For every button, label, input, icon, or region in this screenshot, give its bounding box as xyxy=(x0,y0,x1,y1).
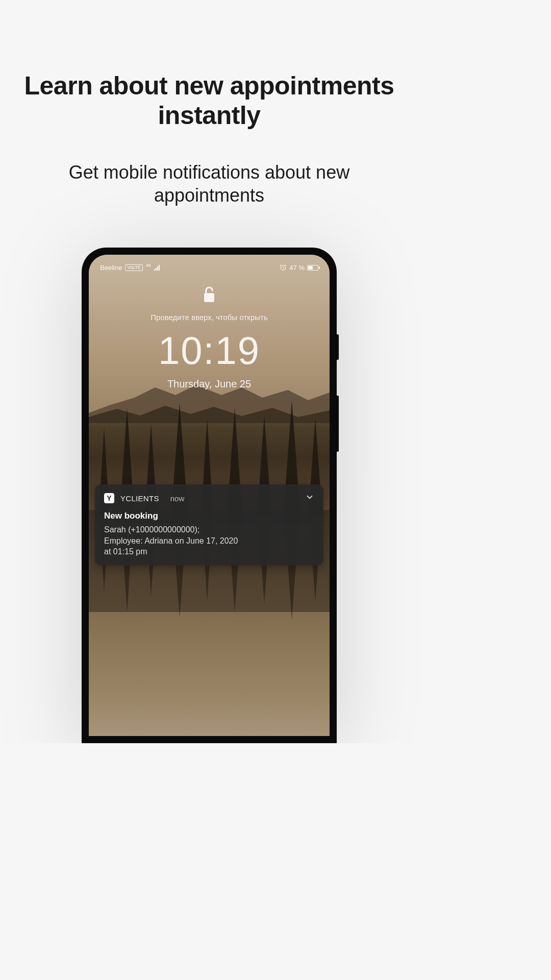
phone-body: Beeline VoLTE 46 47 % xyxy=(82,248,337,743)
notification-time: now xyxy=(170,494,185,503)
phone-mockup: Beeline VoLTE 46 47 % xyxy=(82,248,337,743)
clock-time: 10:19 xyxy=(89,331,330,370)
status-bar-left: Beeline VoLTE 46 xyxy=(100,264,160,272)
svg-rect-3 xyxy=(204,293,214,302)
notification-app-name: YCLIENTS xyxy=(120,494,159,503)
notification-header: Y YCLIENTS now xyxy=(104,493,314,504)
phone-screen: Beeline VoLTE 46 47 % xyxy=(89,255,330,736)
lock-area: Проведите вверх, чтобы открыть xyxy=(89,285,330,322)
notification-title: New booking xyxy=(104,511,314,521)
status-bar-right: 47 % xyxy=(280,264,318,272)
chevron-down-icon[interactable] xyxy=(305,493,314,504)
battery-percent: 47 % xyxy=(289,264,305,272)
volte-badge: VoLTE xyxy=(125,264,142,271)
network-gen: 46 xyxy=(146,263,151,268)
notification-line3: at 01:15 pm xyxy=(104,547,147,556)
phone-side-button xyxy=(337,334,339,360)
carrier-name: Beeline xyxy=(100,264,122,272)
notification-card[interactable]: Y YCLIENTS now New booking Sarah (+10000… xyxy=(95,484,323,566)
alarm-icon xyxy=(280,264,287,271)
promo-heading: Learn about new appointments instantly xyxy=(0,71,418,130)
clock-date: Thursday, June 25 xyxy=(89,378,330,390)
app-icon: Y xyxy=(104,493,114,503)
phone-side-button xyxy=(337,396,339,452)
notification-line1: Sarah (+1000000000000); xyxy=(104,525,199,534)
battery-icon xyxy=(307,265,318,271)
lockscreen-clock: 10:19 Thursday, June 25 xyxy=(89,331,330,390)
notification-body: Sarah (+1000000000000); Employee: Adrian… xyxy=(104,524,314,557)
unlock-hint: Проведите вверх, чтобы открыть xyxy=(89,313,330,322)
promo-subheading: Get mobile notifications about new appoi… xyxy=(0,161,418,207)
notification-line2: Employee: Adriana on June 17, 2020 xyxy=(104,536,238,545)
promo-container: Learn about new appointments instantly G… xyxy=(0,0,418,743)
unlock-icon xyxy=(202,285,217,307)
status-bar: Beeline VoLTE 46 47 % xyxy=(89,262,330,273)
signal-icon xyxy=(154,264,160,271)
